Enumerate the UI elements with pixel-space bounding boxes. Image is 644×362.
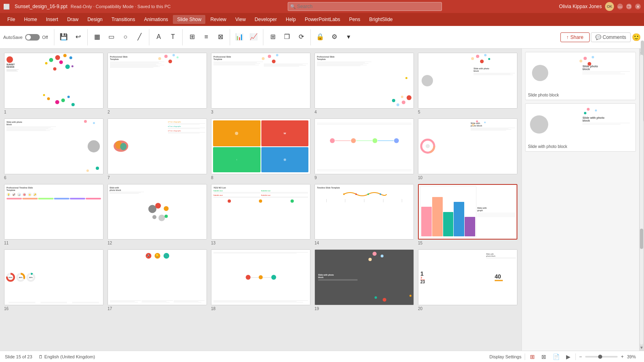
slide-thumb-16[interactable]: 81% 45% 25% — [4, 249, 103, 305]
settings-button[interactable]: ⚙ — [328, 31, 341, 43]
slide-thumb-14[interactable]: Timeline Slide Template — [314, 184, 414, 240]
slide-thumb-9[interactable] — [314, 118, 414, 174]
slide-thumb-19[interactable]: Slide with photoblock — [314, 249, 414, 305]
menu-home[interactable]: Home — [20, 15, 41, 24]
text-button[interactable]: T — [166, 32, 179, 43]
slide-panel[interactable]: SUNSETDESIGN 1 — [0, 49, 521, 351]
zoom-out-button[interactable]: − — [579, 354, 582, 360]
slide-thumb-12[interactable]: Slide withphoto block — [108, 184, 207, 240]
slide-number-18: 18 — [211, 306, 310, 311]
slide-number-4: 4 — [314, 110, 414, 114]
autosave-toggle[interactable] — [25, 34, 40, 41]
slide-wrapper-19: Slide with photoblock 19 — [314, 249, 414, 311]
filename: Sunset_design_16-9.ppt — [15, 4, 67, 9]
slide-wrapper-18: 18 — [211, 249, 310, 311]
autosave-area: AutoSave Off — [3, 34, 48, 41]
scroll-down-button[interactable]: ▼ — [640, 345, 644, 350]
menu-brightslide[interactable]: BrightSlide — [365, 15, 397, 24]
arrange-button[interactable]: ⊞ — [185, 31, 198, 43]
slide-thumb-20[interactable]: 1 7 23 40 Slide withphoto block — [418, 249, 517, 305]
menu-insert[interactable]: Insert — [42, 15, 62, 24]
line-button[interactable]: ╱ — [133, 31, 146, 43]
share-button[interactable]: ↑ Share — [560, 32, 590, 42]
undo-button[interactable]: ↩ — [71, 31, 84, 43]
minimize-button[interactable]: — — [617, 4, 623, 9]
menu-powerpointlabs[interactable]: PowerPointLabs — [301, 15, 344, 24]
reading-view-button[interactable]: 📄 — [551, 353, 561, 361]
slide-number-17: 17 — [108, 306, 207, 311]
save-button[interactable]: 💾 — [57, 31, 70, 43]
slide-wrapper-2: Professional SlideTemplate 2 — [108, 53, 207, 114]
slide-thumb-8[interactable]: W ↑ — [211, 118, 310, 174]
slide-thumb-5[interactable]: Slide with photoblock — [418, 53, 517, 109]
slide-thumb-7[interactable]: ● Free infographic ● Free infographic ● … — [108, 118, 207, 174]
menu-review[interactable]: Review — [206, 15, 230, 24]
zoom-slider[interactable] — [585, 356, 618, 358]
right-panel-item-1[interactable]: Slide photoblock Slide photo block — [525, 52, 636, 100]
slide-thumb-11[interactable]: Professional Timeline SlideTemplate 💡 🚀 … — [4, 184, 103, 240]
slide-thumb-10[interactable]: Slide withphoto block — [418, 118, 517, 174]
slide-thumb-2[interactable]: Professional SlideTemplate — [108, 53, 207, 109]
emoji-button[interactable]: 🙂 — [632, 33, 641, 42]
slide-thumb-4[interactable]: Professional SlideTemplate — [314, 53, 414, 109]
layout-button[interactable]: ▦ — [90, 31, 103, 43]
slide-wrapper-20: 1 7 23 40 Slide withphoto block — [418, 249, 517, 311]
chart-button[interactable]: 📊 — [233, 31, 246, 43]
svg-text:25%: 25% — [29, 277, 33, 279]
more-button[interactable]: ▾ — [342, 31, 355, 43]
slide-thumb-18[interactable] — [211, 249, 310, 305]
font-color-icon: A — [157, 33, 161, 41]
menu-design[interactable]: Design — [83, 15, 106, 24]
menu-animations[interactable]: Animations — [140, 15, 172, 24]
right-panel-item-2[interactable]: Slide with photoblock Slide with photo b… — [525, 103, 636, 152]
align-button[interactable]: ≡ — [200, 32, 213, 43]
slide-sorter-button[interactable]: ⊠ — [540, 353, 548, 361]
rectangle-button[interactable]: ▭ — [105, 31, 118, 43]
rotate-button[interactable]: ⟳ — [295, 31, 308, 43]
slide-wrapper-4: Professional SlideTemplate 4 — [314, 53, 414, 114]
slide-number-11: 11 — [4, 241, 103, 245]
slide-number-16: 16 — [4, 306, 103, 311]
restore-button[interactable]: ❐ — [626, 4, 632, 9]
comments-button[interactable]: 💬 Comments — [591, 32, 631, 42]
slide-wrapper-15: Slide withgraph 15 — [418, 184, 517, 246]
circle-icon: ○ — [123, 33, 127, 41]
menu-file[interactable]: File — [3, 15, 19, 24]
bar-chart-icon: 📈 — [250, 33, 258, 41]
distribute-button[interactable]: ⊠ — [214, 31, 227, 43]
menu-pens[interactable]: Pens — [345, 15, 364, 24]
slide-thumb-13[interactable]: YES/ NO List Subtitle text Subtitle text — [211, 184, 310, 240]
display-settings-button[interactable]: Display Settings — [489, 354, 521, 359]
normal-view-button[interactable]: ⊞ — [528, 353, 536, 361]
svg-point-9 — [368, 193, 369, 195]
presenter-view-button[interactable]: ▶ — [564, 353, 572, 361]
font-color-button[interactable]: A — [152, 32, 165, 43]
slide-thumb-3[interactable]: Professional SlideTemplate — [211, 53, 310, 109]
autosave-state: Off — [42, 35, 48, 40]
zoom-in-button[interactable]: + — [621, 354, 624, 360]
slide-wrapper-9: 9 — [314, 118, 414, 180]
circle-button[interactable]: ○ — [119, 32, 132, 43]
slide-thumb-17[interactable]: 🚀 💡 📎 — [108, 249, 207, 305]
table-button[interactable]: ⊞ — [266, 31, 279, 43]
menu-draw[interactable]: Draw — [63, 15, 82, 24]
menu-help[interactable]: Help — [282, 15, 300, 24]
search-input[interactable] — [288, 2, 442, 11]
lock-button[interactable]: 🔒 — [314, 31, 327, 43]
group-button[interactable]: ❒ — [280, 31, 293, 43]
bar-chart-button[interactable]: 📈 — [247, 31, 260, 43]
share-label: Share — [571, 34, 584, 40]
slide-wrapper-12: Slide withphoto block 12 — [108, 184, 207, 246]
slide-wrapper-8: W ↑ 8 — [211, 118, 310, 180]
menu-developer[interactable]: Developer — [251, 15, 281, 24]
settings-icon: ⚙ — [332, 33, 337, 41]
menu-transitions[interactable]: Transitions — [108, 15, 139, 24]
svg-point-8 — [355, 193, 357, 195]
close-button[interactable]: ✕ — [635, 4, 641, 9]
zoom-level: 39% — [627, 354, 639, 359]
slide-thumb-1[interactable]: SUNSETDESIGN — [4, 53, 103, 109]
slide-thumb-15[interactable]: Slide withgraph — [418, 184, 517, 240]
menu-slideshow[interactable]: Slide Show — [173, 15, 205, 24]
slide-thumb-6[interactable]: Slide with photoblock — [4, 118, 103, 174]
menu-view[interactable]: View — [231, 15, 250, 24]
